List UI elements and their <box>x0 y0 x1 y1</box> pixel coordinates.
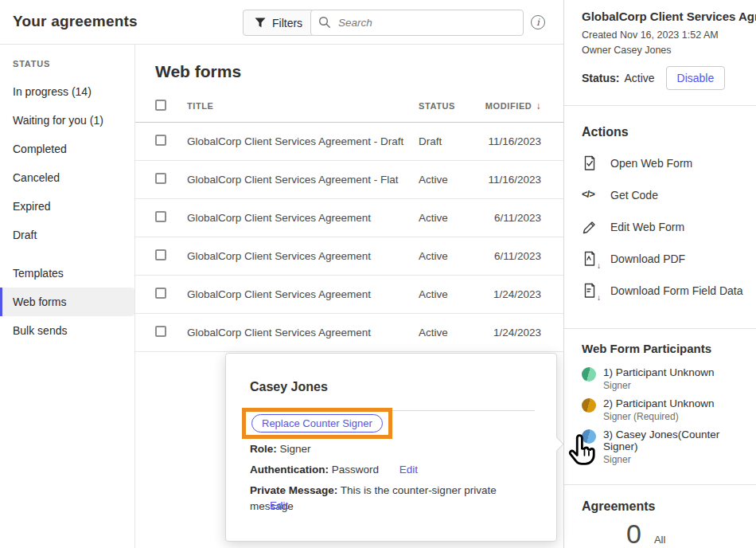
annotation-highlight-box: Replace Counter Signer <box>242 408 392 439</box>
table-row: GlobalCorp Client Services Agreement - D… <box>135 123 563 161</box>
agreements-count-row: 0 All <box>626 519 745 548</box>
action-download-pdf[interactable]: ↓ Download PDF <box>582 251 745 267</box>
action-download-form-field-data[interactable]: ↓ Download Form Field Data <box>582 283 745 299</box>
participant-avatar <box>582 429 596 444</box>
row-title[interactable]: GlobalCorp Client Services Agreement <box>187 212 419 224</box>
row-checkbox[interactable] <box>155 173 166 184</box>
column-header-modified[interactable]: MODIFIED↓ <box>468 100 541 112</box>
row-title[interactable]: GlobalCorp Client Services Agreement - D… <box>187 135 419 147</box>
table-row: GlobalCorp Client Services Agreement Act… <box>135 276 563 314</box>
panel-header: GlobalCorp Client Services Agreement Cre… <box>564 0 756 105</box>
sidebar-item-web-forms[interactable]: Web forms <box>0 288 134 316</box>
sidebar-item-expired[interactable]: Expired <box>0 192 134 221</box>
private-message-label: Private Message: <box>250 484 337 496</box>
action-label: Download Form Field Data <box>610 284 743 297</box>
row-title[interactable]: GlobalCorp Client Services Agreement - F… <box>187 174 419 186</box>
row-checkbox[interactable] <box>155 288 166 299</box>
agreement-title: GlobalCorp Client Services Agreement <box>582 10 756 23</box>
sidebar-item-canceled[interactable]: Canceled <box>0 163 134 192</box>
sort-descending-icon[interactable]: ↓ <box>536 100 541 112</box>
private-message-line: Private Message: This is the counter-sig… <box>250 483 540 515</box>
sidebar-item-completed[interactable]: Completed <box>0 135 134 163</box>
table-row: GlobalCorp Client Services Agreement Act… <box>135 237 563 276</box>
status-label: Status: <box>582 72 619 84</box>
participant-name: 3) Casey Jones(Counter Signer) <box>603 429 745 452</box>
authentication-label: Authentication: <box>250 464 329 476</box>
participant-name: 2) Participant Unknown <box>603 397 715 409</box>
get-code-icon: </> <box>582 187 598 203</box>
edit-private-message-link[interactable]: Edit <box>270 499 288 511</box>
column-header-status[interactable]: STATUS <box>419 101 468 111</box>
sidebar-item-waiting-for-you[interactable]: Waiting for you (1) <box>0 106 134 135</box>
row-status: Active <box>419 212 468 224</box>
filters-button[interactable]: Filters <box>243 10 314 36</box>
sidebar-item-in-progress[interactable]: In progress (14) <box>0 77 134 106</box>
row-checkbox[interactable] <box>155 135 166 146</box>
participant-item[interactable]: 1) Participant Unknown Signer <box>582 366 745 391</box>
status-value: Active <box>624 72 654 84</box>
row-title[interactable]: GlobalCorp Client Services Agreement <box>187 327 419 339</box>
status-row: Status: Active Disable <box>582 66 756 90</box>
action-get-code[interactable]: </> Get Code <box>582 187 745 203</box>
panel-divider <box>564 484 756 485</box>
agreements-all-label[interactable]: All <box>654 534 665 546</box>
role-label: Role: <box>250 443 277 455</box>
participant-item-counter-signer[interactable]: 3) Casey Jones(Counter Signer) Signer <box>582 429 745 465</box>
table-row: GlobalCorp Client Services Agreement - F… <box>135 161 563 199</box>
row-status: Active <box>419 288 468 300</box>
action-open-web-form[interactable]: Open Web Form <box>582 155 745 171</box>
replace-counter-signer-button[interactable]: Replace Counter Signer <box>251 414 383 433</box>
row-checkbox[interactable] <box>155 249 166 260</box>
open-web-form-icon <box>582 155 598 171</box>
filter-funnel-icon <box>255 18 266 28</box>
column-header-title[interactable]: TITLE <box>187 101 419 111</box>
panel-divider <box>564 328 756 329</box>
search-icon <box>318 16 331 29</box>
action-edit-web-form[interactable]: Edit Web Form <box>582 219 745 235</box>
row-title[interactable]: GlobalCorp Client Services Agreement <box>187 288 419 300</box>
row-modified: 1/24/2023 <box>468 288 541 300</box>
actions-list: Open Web Form </> Get Code Edit Web Form… <box>582 155 745 328</box>
edit-pencil-icon <box>582 219 598 235</box>
row-modified: 1/24/2023 <box>468 327 541 339</box>
info-icon[interactable]: i <box>531 15 545 29</box>
row-status: Active <box>419 250 468 262</box>
row-modified: 6/11/2023 <box>468 250 541 262</box>
participant-item[interactable]: 2) Participant Unknown Signer (Required) <box>582 397 745 422</box>
row-title[interactable]: GlobalCorp Client Services Agreement <box>187 250 419 262</box>
participant-role: Signer <box>603 454 745 465</box>
disable-button[interactable]: Disable <box>666 66 726 90</box>
authentication-line: Authentication: Password Edit <box>250 462 418 478</box>
participant-role: Signer (Required) <box>603 411 715 422</box>
participant-avatar <box>582 398 596 413</box>
actions-title: Actions <box>582 125 745 139</box>
row-modified: 6/11/2023 <box>468 212 541 224</box>
select-all-checkbox[interactable] <box>155 100 166 111</box>
search-box <box>310 10 524 36</box>
row-checkbox[interactable] <box>155 326 166 337</box>
actions-section: Actions Open Web Form </> Get Code Edi <box>564 125 756 328</box>
download-form-field-data-icon: ↓ <box>582 283 598 299</box>
authentication-value: Password <box>332 464 379 476</box>
sidebar-section-status-label: STATUS <box>13 59 134 68</box>
page-title: Your agreements <box>13 13 138 30</box>
agreements-section: Agreements 0 All <box>564 499 756 548</box>
row-checkbox[interactable] <box>155 211 166 222</box>
acrobat-sign-app: Your agreements Filters i STATUS In prog… <box>0 0 756 548</box>
sidebar-item-draft[interactable]: Draft <box>0 221 134 249</box>
edit-authentication-link[interactable]: Edit <box>399 464 418 476</box>
search-input[interactable] <box>310 10 524 36</box>
action-label: Download PDF <box>610 252 685 265</box>
topbar: Your agreements Filters i <box>0 0 563 45</box>
agreement-detail-panel: GlobalCorp Client Services Agreement Cre… <box>563 0 756 548</box>
sidebar-item-bulk-sends[interactable]: Bulk sends <box>0 316 134 345</box>
sidebar-item-templates[interactable]: Templates <box>0 259 134 288</box>
panel-divider <box>564 105 756 106</box>
download-arrow-icon: ↓ <box>597 262 601 270</box>
action-label: Edit Web Form <box>610 221 684 233</box>
counter-signer-popup: Casey Jones Replace Counter Signer Role:… <box>225 353 557 542</box>
table-header: TITLE STATUS MODIFIED↓ <box>135 89 563 123</box>
row-modified: 11/16/2023 <box>468 174 541 186</box>
table-row: GlobalCorp Client Services Agreement Act… <box>135 314 563 352</box>
table-row: GlobalCorp Client Services Agreement Act… <box>135 199 563 237</box>
